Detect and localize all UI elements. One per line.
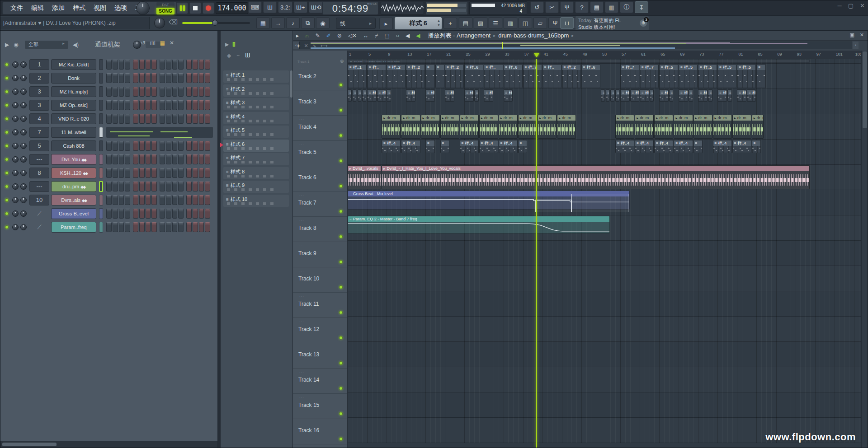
pattern-item[interactable]: ≡样式 6 <box>223 140 289 152</box>
channel-enable-led[interactable] <box>5 63 9 66</box>
step-cell[interactable] <box>193 60 198 70</box>
step-cell[interactable] <box>199 195 204 205</box>
step-cell[interactable] <box>106 154 112 164</box>
swing-knob[interactable] <box>133 41 141 49</box>
step-cell[interactable] <box>205 182 210 191</box>
step-cell[interactable] <box>166 141 171 151</box>
channel-number[interactable]: 8 <box>29 168 49 178</box>
step-cell[interactable] <box>205 209 210 219</box>
volume-slider-handle[interactable] <box>212 20 218 26</box>
pattern-clip[interactable]: ≡样..4 <box>382 140 401 153</box>
step-cell[interactable] <box>119 60 124 70</box>
pat-mode-button[interactable]: PAT <box>156 2 175 8</box>
playlist-vscrollbar[interactable] <box>861 51 868 448</box>
channel-volume-knob[interactable] <box>20 197 27 203</box>
step-sequencer[interactable] <box>106 182 213 191</box>
step-cell[interactable] <box>193 154 198 164</box>
channel-pan-knob[interactable] <box>12 210 19 217</box>
menu-item-添加[interactable]: 添加 <box>48 4 69 12</box>
step-cell[interactable] <box>193 114 198 124</box>
step-cell[interactable] <box>160 209 165 219</box>
audio-clip[interactable]: ▸dr..m <box>518 115 537 139</box>
pattern-clip[interactable]: ≡样..1 <box>348 64 367 88</box>
step-cell[interactable] <box>139 168 145 178</box>
step-cell[interactable] <box>146 100 151 110</box>
step-cell[interactable] <box>125 182 130 191</box>
step-cell[interactable] <box>178 195 184 205</box>
pattern-clip[interactable]: ≡样..3 <box>445 89 454 102</box>
pattern-clip[interactable]: ≡ <box>425 140 435 153</box>
step-cell[interactable] <box>160 87 165 97</box>
pattern-clip[interactable]: ≡样.. <box>484 64 503 88</box>
pattern-selector[interactable]: 样式 6▲▼ <box>395 17 442 29</box>
step-cell[interactable] <box>146 114 151 124</box>
track-lane[interactable]: ≡≡≡≡≡样..3≡样..3≡≡样..3≡样..3≡样..3≡样..3≡≡样..… <box>348 89 861 114</box>
channel-pan-knob[interactable] <box>12 116 19 122</box>
step-cell[interactable] <box>178 182 184 191</box>
channel-pan-knob[interactable] <box>12 224 19 230</box>
track-header[interactable]: ···Track 8 <box>293 217 347 242</box>
track-header[interactable]: ···Track 10 <box>293 267 347 293</box>
channel-filter-dropdown[interactable]: 全部▸ <box>25 41 68 49</box>
step-cell[interactable] <box>106 100 112 110</box>
pattern-clip[interactable]: ≡样..4 <box>460 140 479 153</box>
automation-clip[interactable]: ~Param. EQ 2 - Master - Band 7 freq <box>348 216 610 233</box>
pattern-clip[interactable]: ≡ <box>752 140 761 153</box>
track-enable-led[interactable] <box>339 361 343 365</box>
slide-icon[interactable]: ∿ <box>312 43 316 49</box>
track-enable-led[interactable] <box>339 210 343 213</box>
pattern-clip[interactable]: ≡样..4 <box>674 140 693 153</box>
track-options-dots[interactable]: ··· <box>299 396 304 400</box>
step-cell[interactable] <box>125 168 130 178</box>
stairs-icon[interactable]: ▨ <box>474 17 487 29</box>
channel-enable-led[interactable] <box>5 131 9 134</box>
update-notification[interactable]: Today有更新的 FL Studio 版本可用! ⊕ 3 <box>576 16 649 30</box>
mute-tool-icon[interactable]: ◁✕ <box>348 33 357 39</box>
channel-volume-knob[interactable] <box>20 170 27 176</box>
step-cell[interactable] <box>205 154 210 164</box>
add-track-button[interactable]: + <box>297 42 300 49</box>
cpu-memory-panel[interactable]: 42 1006 MB 4 <box>469 1 527 15</box>
step-cell[interactable] <box>133 114 138 124</box>
pattern-clip[interactable]: ≡样..3 <box>679 89 688 102</box>
channel-name-button[interactable]: Cash 808 <box>51 140 96 151</box>
step-cell[interactable] <box>172 195 178 205</box>
step-cell[interactable] <box>186 222 192 232</box>
track-lane[interactable]: ~Param. EQ 2 - Master - Band 7 freq <box>348 215 861 241</box>
step-cell[interactable] <box>146 195 151 205</box>
channel-enable-led[interactable] <box>5 185 9 188</box>
step-cell[interactable] <box>113 100 118 110</box>
track-lane[interactable] <box>348 342 861 367</box>
pattern-clip[interactable]: ≡样..4 <box>635 140 654 153</box>
pattern-clip[interactable]: ≡样..5 <box>679 64 698 88</box>
channel-enable-led[interactable] <box>5 158 9 161</box>
pattern-clip[interactable]: ≡ <box>693 140 703 153</box>
shop-cart-button[interactable]: ⊔ <box>560 17 574 29</box>
rack-hscroll-handle[interactable] <box>2 443 57 446</box>
step-cell[interactable] <box>106 209 112 219</box>
pattern-clip[interactable]: ≡ <box>615 89 619 102</box>
song-mode-button[interactable]: SONG <box>156 8 175 14</box>
audio-clip[interactable]: ▸dr..m <box>479 115 498 139</box>
channel-name-button[interactable]: MZ Hi..mpty] <box>51 86 96 97</box>
playlist-icon[interactable]: ◫ <box>519 17 532 29</box>
channel-pan-knob[interactable] <box>12 102 19 108</box>
playlist-lanes[interactable]: ✕Dvrst - I Hate You I Love You≡样..1≡样..≡… <box>348 59 861 448</box>
channel-name-button[interactable]: Gross B..evel <box>51 208 96 219</box>
snap-magnet-icon[interactable]: ∩ <box>305 33 309 39</box>
browser-icon[interactable]: ☰ <box>489 17 502 29</box>
marker-icon[interactable]: ▤ <box>459 17 472 29</box>
step-cell[interactable] <box>160 114 165 124</box>
channel-enable-led[interactable] <box>5 90 9 93</box>
step-cell[interactable] <box>199 114 204 124</box>
step-cell[interactable] <box>205 60 210 70</box>
step-cell[interactable] <box>106 73 112 83</box>
step-cell[interactable] <box>119 222 124 232</box>
pattern-clip[interactable]: ≡样..5 <box>659 64 678 88</box>
channel-group-indicator[interactable] <box>99 140 103 151</box>
track-header[interactable]: ···Track 7 <box>293 191 347 217</box>
step-cell[interactable] <box>125 209 130 219</box>
pattern-item[interactable]: ≡样式 4 <box>223 112 289 124</box>
pattern-clip[interactable]: ≡样..4 <box>499 140 518 153</box>
pattern-clip[interactable]: ≡样..3 <box>504 89 513 102</box>
